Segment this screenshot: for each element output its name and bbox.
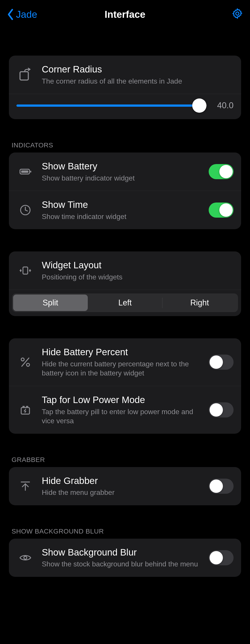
- tap-lpm-title: Tap for Low Power Mode: [42, 394, 201, 406]
- show-bg-blur-subtitle: Show the stock background blur behind th…: [42, 560, 201, 569]
- hide-battery-percent-toggle[interactable]: [209, 354, 234, 370]
- slider-fill: [16, 104, 199, 107]
- bg-blur-header: SHOW BACKGROUND BLUR: [0, 528, 250, 539]
- tap-lpm-subtitle: Tap the battery pill to enter low power …: [42, 407, 201, 426]
- svg-rect-3: [30, 171, 31, 172]
- grabber-header: GRABBER: [0, 456, 250, 467]
- back-button[interactable]: Jade: [7, 8, 37, 20]
- tap-lpm-toggle[interactable]: [209, 402, 234, 418]
- slider-thumb[interactable]: [192, 98, 206, 113]
- corner-radius-value: 40.0: [214, 101, 234, 110]
- hide-battery-percent-subtitle: Hide the current battery percentage next…: [42, 360, 201, 378]
- hide-battery-percent-title: Hide Battery Percent: [42, 346, 201, 358]
- svg-point-7: [21, 358, 24, 361]
- hide-grabber-toggle[interactable]: [209, 478, 234, 494]
- svg-point-13: [24, 556, 27, 559]
- widget-layout-title: Widget Layout: [42, 260, 234, 271]
- svg-point-0: [236, 12, 239, 15]
- chevron-left-icon: [7, 8, 14, 20]
- show-time-title: Show Time: [42, 199, 201, 211]
- segment-left[interactable]: Left: [88, 294, 162, 311]
- gear-icon: [231, 8, 243, 20]
- svg-rect-4: [21, 170, 28, 173]
- low-power-icon: [16, 403, 34, 417]
- clock-icon: [16, 203, 34, 217]
- svg-rect-1: [20, 72, 28, 80]
- page-title: Interface: [0, 9, 250, 20]
- segment-split[interactable]: Split: [13, 294, 88, 311]
- show-battery-subtitle: Show battery indicator widget: [42, 174, 201, 183]
- svg-line-9: [22, 358, 29, 366]
- layout-icon: [16, 264, 34, 278]
- show-time-toggle[interactable]: [209, 202, 234, 218]
- corner-radius-icon: [16, 68, 34, 82]
- corner-radius-title: Corner Radius: [42, 64, 234, 75]
- svg-rect-6: [23, 267, 28, 274]
- hide-grabber-subtitle: Hide the menu grabber: [42, 488, 201, 497]
- percent-icon: [16, 355, 34, 369]
- segment-right[interactable]: Right: [162, 294, 237, 311]
- corner-radius-slider[interactable]: [16, 104, 207, 107]
- settings-button[interactable]: [231, 8, 243, 21]
- show-bg-blur-title: Show Background Blur: [42, 547, 201, 558]
- corner-radius-subtitle: The corner radius of all the elements in…: [42, 77, 234, 86]
- svg-point-8: [26, 364, 29, 366]
- show-bg-blur-toggle[interactable]: [209, 550, 234, 565]
- indicators-header: INDICATORS: [0, 142, 250, 152]
- widget-layout-subtitle: Positioning of the widgets: [42, 272, 234, 282]
- show-battery-toggle[interactable]: [209, 164, 234, 179]
- arrow-up-bar-icon: [16, 479, 34, 493]
- back-label: Jade: [16, 9, 37, 20]
- battery-icon: [16, 164, 34, 179]
- hide-grabber-title: Hide Grabber: [42, 475, 201, 487]
- show-time-subtitle: Show time indicator widget: [42, 212, 201, 222]
- show-battery-title: Show Battery: [42, 160, 201, 172]
- eye-icon: [16, 551, 34, 565]
- widget-layout-segmented[interactable]: Split Left Right: [12, 294, 238, 312]
